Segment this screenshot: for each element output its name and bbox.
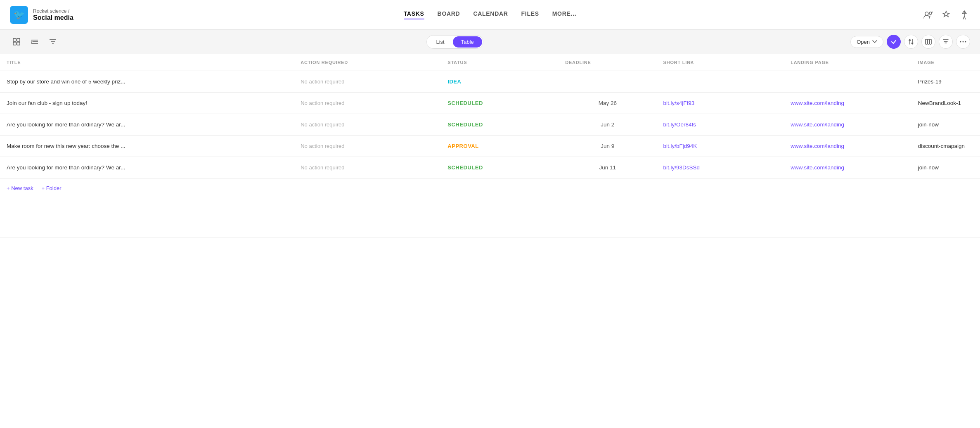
tab-files[interactable]: FILES: [521, 10, 539, 19]
check-icon: [891, 39, 897, 45]
cell-deadline: Jun 9: [559, 136, 656, 157]
sort-arrows-icon: [908, 38, 914, 45]
cell-shortlink[interactable]: bit.ly/Oer84fs: [657, 114, 784, 136]
table-row[interactable]: Are you looking for more than ordinary? …: [0, 157, 980, 178]
pin-icon[interactable]: [959, 9, 970, 21]
tab-more[interactable]: MORE...: [552, 10, 577, 19]
cell-image: NewBrandLook-1: [911, 93, 980, 114]
filter-icon[interactable]: [46, 35, 59, 48]
col-header-image: IMAGE: [911, 54, 980, 71]
cell-deadline: [559, 71, 656, 93]
brand: 🐦 Rocket science / Social media: [10, 6, 92, 24]
toolbar-left: [10, 35, 59, 48]
landing-link-text[interactable]: www.site.com/landing: [791, 164, 844, 171]
svg-rect-6: [17, 42, 20, 45]
cell-image: join-now: [911, 157, 980, 178]
svg-rect-3: [13, 38, 16, 41]
collapse-icon[interactable]: [28, 35, 41, 48]
table-view-btn[interactable]: Table: [453, 36, 482, 48]
short-link-text[interactable]: bit.ly/Oer84fs: [663, 121, 696, 128]
cell-action: No action required: [294, 71, 441, 93]
cell-title: Make room for new this new year: choose …: [0, 136, 294, 157]
svg-text:1: 1: [931, 11, 933, 13]
nav-right: 1: [888, 9, 970, 21]
chevron-down-icon: [872, 40, 877, 43]
svg-rect-13: [926, 39, 927, 44]
new-task-button[interactable]: + New task: [7, 185, 33, 191]
nav-tabs: TASKS BOARD CALENDAR FILES MORE...: [92, 10, 888, 19]
short-link-text[interactable]: bit.ly/bFjd94K: [663, 143, 697, 149]
empty-cell: [0, 198, 980, 238]
cell-shortlink[interactable]: bit.ly/bFjd94K: [657, 136, 784, 157]
table-row[interactable]: Join our fan club - sign up today! No ac…: [0, 93, 980, 114]
table-body: Stop by our store and win one of 5 weekl…: [0, 71, 980, 238]
cell-title: Are you looking for more than ordinary? …: [0, 157, 294, 178]
cell-image: discount-cmapaign: [911, 136, 980, 157]
tasks-table: TITLE ACTION REQUIRED STATUS DEADLINE SH…: [0, 54, 980, 238]
table-header: TITLE ACTION REQUIRED STATUS DEADLINE SH…: [0, 54, 980, 71]
cell-landing[interactable]: www.site.com/landing: [784, 114, 911, 136]
view-toggle-container: List Table: [66, 35, 844, 49]
cell-shortlink[interactable]: bit.ly/93DsSSd: [657, 157, 784, 178]
landing-link-text[interactable]: www.site.com/landing: [791, 100, 844, 106]
svg-rect-14: [928, 39, 929, 44]
tab-calendar[interactable]: CALENDAR: [473, 10, 508, 19]
svg-rect-4: [17, 38, 20, 41]
svg-rect-15: [930, 39, 931, 44]
tab-board[interactable]: BOARD: [438, 10, 460, 19]
more-btn[interactable]: [956, 35, 970, 49]
col-header-shortlink: SHORT LINK: [657, 54, 784, 71]
cell-landing[interactable]: www.site.com/landing: [784, 93, 911, 114]
brand-name: Social media: [33, 14, 73, 21]
filter2-btn[interactable]: [939, 35, 953, 49]
status-dropdown[interactable]: Open: [850, 36, 883, 48]
cell-status: SCHEDULED: [441, 93, 559, 114]
tab-tasks[interactable]: TASKS: [404, 10, 424, 19]
short-link-text[interactable]: bit.ly/93DsSSd: [663, 164, 700, 171]
sort-arrows-btn[interactable]: [904, 35, 918, 49]
twitter-icon: 🐦: [14, 10, 25, 20]
brand-logo[interactable]: 🐦: [10, 6, 28, 24]
cell-landing[interactable]: www.site.com/landing: [784, 136, 911, 157]
new-task-row: + New task + Folder: [0, 178, 980, 198]
cell-status: SCHEDULED: [441, 114, 559, 136]
filter2-icon: [943, 39, 949, 45]
svg-rect-5: [13, 42, 16, 45]
cell-shortlink[interactable]: [657, 71, 784, 93]
cell-shortlink[interactable]: bit.ly/s4jFf93: [657, 93, 784, 114]
table-row[interactable]: Stop by our store and win one of 5 weekl…: [0, 71, 980, 93]
new-folder-button[interactable]: + Folder: [41, 185, 61, 191]
columns-icon: [925, 39, 932, 45]
cell-image: join-now: [911, 114, 980, 136]
people-icon[interactable]: 1: [922, 9, 934, 21]
landing-link-text[interactable]: www.site.com/landing: [791, 121, 844, 128]
toolbar-right: Open: [850, 35, 970, 49]
landing-link-text[interactable]: www.site.com/landing: [791, 143, 844, 149]
col-header-deadline: DEADLINE: [559, 54, 656, 71]
status-badge: IDEA: [447, 78, 461, 85]
col-header-landing: LANDING PAGE: [784, 54, 911, 71]
table-row[interactable]: Make room for new this new year: choose …: [0, 136, 980, 157]
checkbox-icon[interactable]: [887, 35, 901, 49]
expand-icon[interactable]: [10, 35, 23, 48]
status-badge: SCHEDULED: [447, 121, 483, 128]
svg-point-16: [960, 41, 961, 43]
status-badge: APPROVAL: [447, 143, 478, 149]
cell-title: Stop by our store and win one of 5 weekl…: [0, 71, 294, 93]
table-row[interactable]: Are you looking for more than ordinary? …: [0, 114, 980, 136]
short-link-text[interactable]: bit.ly/s4jFf93: [663, 100, 695, 106]
cell-landing[interactable]: [784, 71, 911, 93]
view-toggle: List Table: [426, 35, 483, 49]
cell-action: No action required: [294, 114, 441, 136]
brand-parent: Rocket science /: [33, 8, 73, 14]
col-header-title: TITLE: [0, 54, 294, 71]
cell-status: SCHEDULED: [441, 157, 559, 178]
status-badge: SCHEDULED: [447, 164, 483, 171]
list-view-btn[interactable]: List: [428, 36, 452, 48]
columns-btn[interactable]: [921, 35, 935, 49]
star-icon[interactable]: [940, 9, 952, 21]
status-label: Open: [857, 39, 870, 45]
cell-action: No action required: [294, 136, 441, 157]
cell-landing[interactable]: www.site.com/landing: [784, 157, 911, 178]
cell-image: Prizes-19: [911, 71, 980, 93]
